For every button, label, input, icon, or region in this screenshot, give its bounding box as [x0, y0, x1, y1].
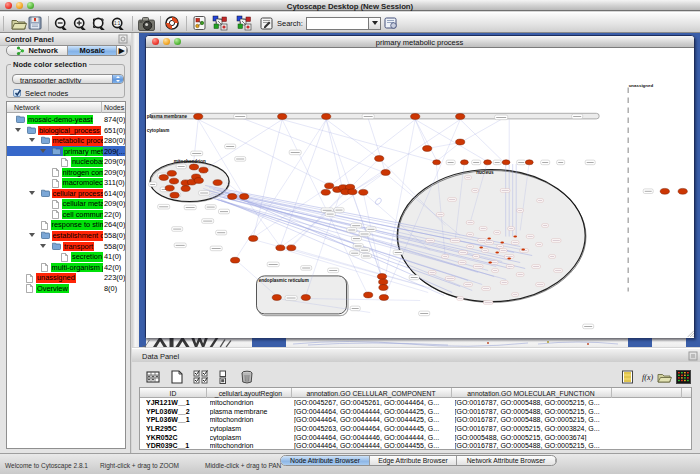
svg-text:plasma membrane: plasma membrane [146, 114, 187, 119]
svg-text:1:1: 1:1 [114, 21, 121, 26]
svg-text:f(x): f(x) [642, 373, 653, 382]
svg-text:nucleus: nucleus [476, 169, 494, 174]
svg-text:mitochondrion: mitochondrion [173, 159, 205, 164]
svg-text:endoplasmic reticulum: endoplasmic reticulum [258, 277, 308, 282]
svg-text:unassigned: unassigned [628, 83, 653, 88]
svg-text:cytoplasm: cytoplasm [146, 127, 169, 132]
